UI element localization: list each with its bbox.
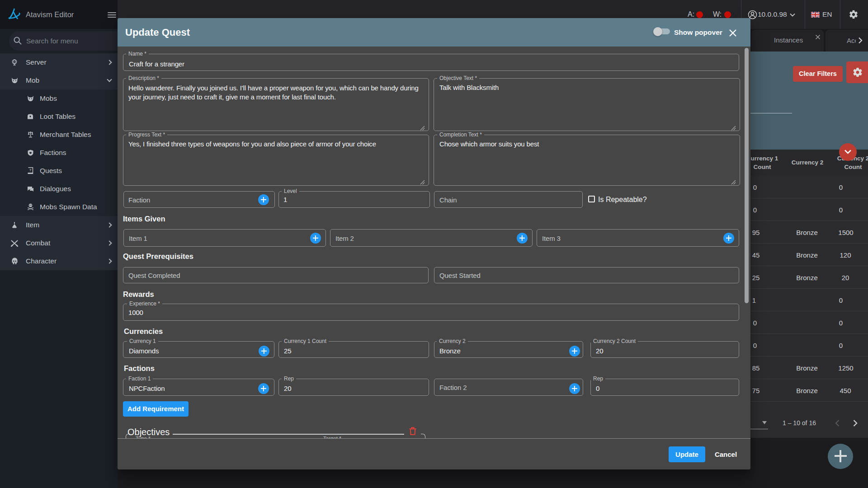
svg-text:?: ? <box>29 169 31 172</box>
